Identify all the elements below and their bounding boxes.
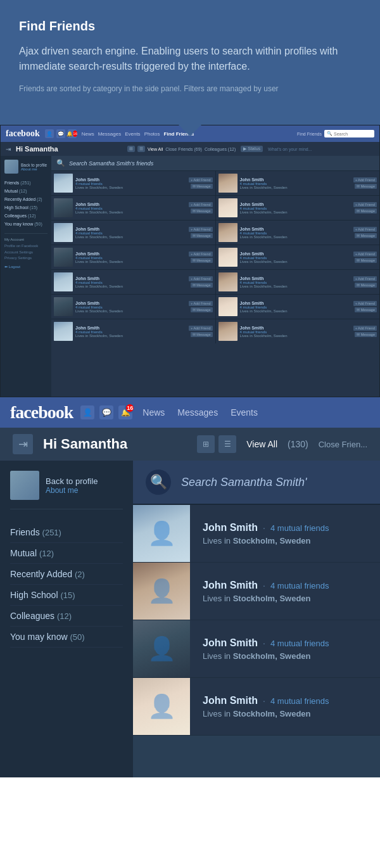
- view-controls-mini: ⊞ ☰ View All Close Friends (69) Colleagu…: [127, 146, 236, 152]
- add-friend-btn-mini[interactable]: + Add Friend: [353, 301, 377, 306]
- friends-icon-large[interactable]: 👤: [80, 405, 94, 419]
- friend-photo-mini: [54, 322, 73, 341]
- add-friend-btn-mini[interactable]: + Add Friend: [353, 326, 377, 331]
- sidebar-item-youmayknow[interactable]: You may know (50): [10, 627, 123, 648]
- profile-text-mini: Back to profile About me: [21, 163, 47, 171]
- add-friend-btn-mini[interactable]: + Add Friend: [189, 326, 212, 331]
- message-btn-mini[interactable]: ✉ Message: [191, 332, 213, 337]
- friend-card-mini: John Smith 4 mutual friends Lives in Sto…: [216, 245, 380, 269]
- friend-row-large: 👤 John Smith · 4 mutual friends Lives in…: [133, 563, 380, 620]
- chat-icon-large[interactable]: 💬: [99, 405, 113, 419]
- nav-news-mini[interactable]: News: [82, 131, 94, 137]
- sidebar-highschool-mini[interactable]: High School (15): [4, 203, 48, 212]
- main-area-large: Back to profile About me Friends (251) M…: [0, 461, 380, 777]
- hero-title: Find Friends: [19, 19, 361, 34]
- fb-icons-large: 👤 💬 🔔 16: [80, 405, 132, 419]
- add-friend-btn-mini[interactable]: + Add Friend: [189, 202, 212, 207]
- hero-arrow: [179, 125, 201, 136]
- sidebar-item-mutual[interactable]: Mutual (12): [10, 543, 123, 564]
- sidebar-recently-mini[interactable]: Recently Added (2): [4, 195, 48, 203]
- close-friends-large[interactable]: Close Frien...: [319, 440, 367, 449]
- add-friend-btn-mini[interactable]: + Add Friend: [353, 177, 377, 182]
- colleagues-mini[interactable]: Colleagues (12): [205, 147, 236, 151]
- notif-icon-large[interactable]: 🔔 16: [118, 405, 132, 419]
- fb-nav-large: facebook 👤 💬 🔔 16 News Messages Events: [0, 397, 380, 428]
- message-btn-mini[interactable]: ✉ Message: [355, 307, 377, 312]
- add-friend-btn-mini[interactable]: + Add Friend: [189, 301, 212, 306]
- message-btn-mini[interactable]: ✉ Message: [355, 184, 377, 189]
- message-btn-mini[interactable]: ✉ Message: [191, 283, 213, 288]
- sidebar-youmayknow-mini[interactable]: You may know (50): [4, 220, 48, 228]
- back-to-profile-large[interactable]: Back to profile: [46, 476, 98, 486]
- sidebar-item-recently[interactable]: Recently Added (2): [10, 564, 123, 585]
- sidebar-mutual-mini[interactable]: Mutual (12): [4, 187, 48, 195]
- friend-photo-2: 👤: [133, 563, 190, 620]
- message-btn-mini[interactable]: ✉ Message: [191, 307, 213, 312]
- message-btn-mini[interactable]: ✉ Message: [355, 208, 377, 214]
- message-btn-mini[interactable]: ✉ Message: [355, 233, 377, 238]
- message-btn-mini[interactable]: ✉ Message: [191, 184, 213, 189]
- add-friend-btn-mini[interactable]: + Add Friend: [353, 227, 377, 232]
- friend-photo-mini: [54, 248, 73, 267]
- hi-bar-mini: ⇥ Hi Samantha ⊞ ☰ View All Close Friends…: [1, 142, 379, 156]
- find-friends-btn-mini[interactable]: Find Friends: [297, 132, 322, 136]
- notif-icon-mini[interactable]: 🔔 16: [68, 129, 77, 138]
- add-friend-btn-mini[interactable]: + Add Friend: [189, 227, 212, 232]
- friend-photo-mini: [218, 322, 238, 341]
- friend-card-mini: John Smith 4 mutual friends Lives in Sto…: [216, 171, 380, 195]
- search-box-mini[interactable]: 🔍: [324, 130, 374, 137]
- view-all-mini[interactable]: View All: [148, 147, 163, 151]
- about-me-large[interactable]: About me: [46, 486, 98, 495]
- about-me-mini[interactable]: About me: [21, 167, 47, 171]
- add-friend-btn-mini[interactable]: + Add Friend: [189, 177, 212, 182]
- friend-photo-mini: [54, 198, 73, 217]
- close-friends-mini[interactable]: Close Friends (69): [165, 147, 202, 151]
- message-btn-mini[interactable]: ✉ Message: [355, 332, 377, 337]
- message-btn-mini[interactable]: ✉ Message: [191, 208, 213, 214]
- friend-photo-mini: [218, 174, 238, 193]
- sidebar-item-highschool[interactable]: High School (15): [10, 585, 123, 606]
- add-friend-btn-mini[interactable]: + Add Friend: [189, 252, 212, 257]
- my-account-mini: My Account Profile on Facebook Account S…: [4, 233, 48, 269]
- list-view-btn[interactable]: ☰: [218, 435, 236, 453]
- nav-events-large[interactable]: Events: [231, 407, 258, 418]
- view-btns-large: ⊞ ☰: [197, 435, 236, 453]
- view-all-large[interactable]: View All: [246, 439, 277, 449]
- nav-messages-mini[interactable]: Messages: [98, 131, 121, 137]
- friends-icon-mini[interactable]: 👤: [45, 129, 54, 138]
- friend-card-mini: John Smith 4 mutual friends Lives in Sto…: [51, 245, 215, 269]
- logout-mini[interactable]: ⬅ Logout: [4, 264, 48, 269]
- list-view-mini[interactable]: ☰: [137, 146, 145, 152]
- nav-photos-mini[interactable]: Photos: [144, 131, 160, 137]
- profile-section-large: Back to profile About me: [10, 471, 123, 509]
- sidebar-colleagues-mini[interactable]: Colleagues (12): [4, 212, 48, 220]
- fb-section-large: facebook 👤 💬 🔔 16 News Messages Events ⇥…: [0, 397, 380, 777]
- message-btn-mini[interactable]: ✉ Message: [355, 258, 377, 263]
- fb-nav-right-mini: Find Friends 🔍: [297, 130, 374, 137]
- sidebar-item-colleagues[interactable]: Colleagues (12): [10, 606, 123, 627]
- grid-view-mini[interactable]: ⊞: [127, 146, 135, 152]
- friend-mutual-1: 4 mutual friends: [270, 523, 329, 533]
- message-btn-mini[interactable]: ✉ Message: [191, 258, 213, 263]
- chat-icon-mini[interactable]: 💬: [56, 129, 65, 138]
- back-to-profile-mini[interactable]: Back to profile: [21, 163, 47, 167]
- search-input-mini[interactable]: [334, 132, 372, 136]
- friend-name-3: John Smith: [203, 637, 258, 649]
- grid-view-btn[interactable]: ⊞: [197, 435, 215, 453]
- friend-card-mini: John Smith 4 mutual friends Lives in Sto…: [216, 270, 380, 294]
- add-friend-btn-mini[interactable]: + Add Friend: [353, 276, 377, 281]
- nav-events-mini[interactable]: Events: [125, 131, 140, 137]
- nav-news-large[interactable]: News: [142, 407, 165, 418]
- add-friend-btn-mini[interactable]: + Add Friend: [189, 276, 212, 281]
- logout-icon-large[interactable]: ⇥: [13, 434, 33, 454]
- friend-name-4: John Smith: [203, 695, 258, 706]
- message-btn-mini[interactable]: ✉ Message: [191, 233, 213, 238]
- fb-logo-large: facebook: [10, 402, 73, 423]
- sidebar-friends-mini[interactable]: Friends (251): [4, 179, 48, 187]
- sidebar-item-friends[interactable]: Friends (251): [10, 522, 123, 543]
- status-btn-mini[interactable]: ▶ Status: [241, 146, 263, 152]
- nav-messages-large[interactable]: Messages: [177, 407, 218, 418]
- add-friend-btn-mini[interactable]: + Add Friend: [353, 202, 377, 207]
- message-btn-mini[interactable]: ✉ Message: [355, 283, 377, 288]
- add-friend-btn-mini[interactable]: + Add Friend: [353, 252, 377, 257]
